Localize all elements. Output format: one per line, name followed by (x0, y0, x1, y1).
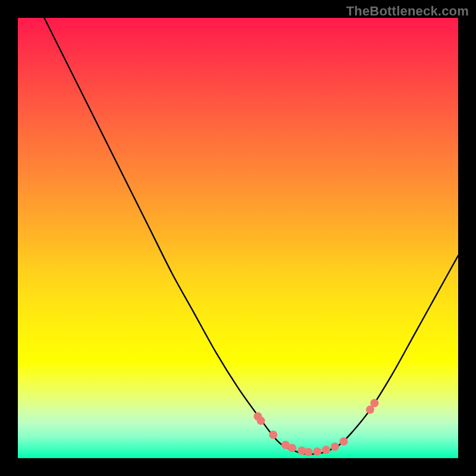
curve-marker (322, 446, 330, 454)
bottleneck-chart (18, 18, 458, 458)
curve-markers-group (253, 399, 378, 456)
curve-marker (340, 437, 348, 446)
curve-marker (331, 443, 339, 451)
bottleneck-curve-path (44, 18, 458, 454)
watermark-text: TheBottleneck.com (346, 4, 469, 19)
curve-marker (288, 444, 296, 452)
curve-marker (313, 447, 321, 456)
curve-marker (269, 431, 277, 439)
curve-marker (370, 399, 378, 408)
curve-marker (256, 416, 265, 425)
curve-marker (304, 448, 312, 456)
